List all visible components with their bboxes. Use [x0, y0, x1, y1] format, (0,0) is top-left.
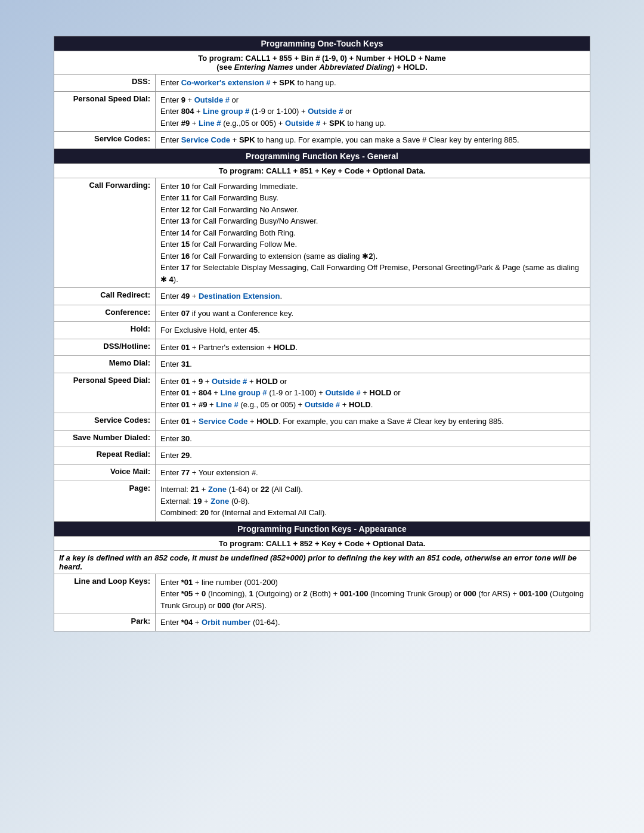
- dss-hotline-label: DSS/Hotline:: [54, 339, 156, 356]
- hold-label: Hold:: [54, 322, 156, 339]
- line-loop-keys-label: Line and Loop Keys:: [54, 574, 156, 614]
- hold-content: For Exclusive Hold, enter 45.: [156, 322, 590, 339]
- dss-content: Enter Co-worker's extension # + SPK to h…: [156, 75, 590, 92]
- repeat-redial-label: Repeat Redial:: [54, 447, 156, 465]
- dss-label: DSS:: [54, 75, 156, 92]
- main-content-table: Programming One-Touch Keys To program: C…: [54, 36, 590, 631]
- park-label: Park:: [54, 614, 156, 631]
- function-appearance-subheader: To program: CALL1 + 852 + Key + Code + O…: [54, 536, 590, 550]
- call-redirect-label: Call Redirect:: [54, 288, 156, 305]
- park-content: Enter *04 + Orbit number (01-64).: [156, 614, 590, 631]
- page-label: Page:: [54, 481, 156, 522]
- page-content: Internal: 21 + Zone (1-64) or 22 (All Ca…: [156, 481, 590, 522]
- dss-hotline-content: Enter 01 + Partner's extension + HOLD.: [156, 339, 590, 356]
- personal-speed-dial-label-1: Personal Speed Dial:: [54, 91, 156, 132]
- line-loop-keys-content: Enter *01 + line number (001-200) Enter …: [156, 574, 590, 614]
- call-forwarding-label: Call Forwarding:: [54, 178, 156, 288]
- function-general-header: Programming Function Keys - General: [54, 148, 590, 163]
- conference-label: Conference:: [54, 305, 156, 322]
- conference-content: Enter 07 if you want a Conference key.: [156, 305, 590, 322]
- function-appearance-note: If a key is defined with an 852 code, it…: [54, 550, 590, 574]
- service-codes-label-2: Service Codes:: [54, 413, 156, 431]
- personal-speed-dial-label-2: Personal Speed Dial:: [54, 373, 156, 413]
- personal-speed-dial-content-1: Enter 9 + Outside # or Enter 804 + Line …: [156, 91, 590, 132]
- personal-speed-dial-content-2: Enter 01 + 9 + Outside # + HOLD or Enter…: [156, 373, 590, 413]
- save-number-content: Enter 30.: [156, 430, 590, 447]
- function-appearance-header: Programming Function Keys - Appearance: [54, 521, 590, 536]
- service-codes-content-1: Enter Service Code + SPK to hang up. For…: [156, 132, 590, 149]
- memo-dial-content: Enter 31.: [156, 356, 590, 373]
- memo-dial-label: Memo Dial:: [54, 356, 156, 373]
- voice-mail-label: Voice Mail:: [54, 464, 156, 481]
- call-forwarding-content: Enter 10 for Call Forwarding Immediate. …: [156, 178, 590, 288]
- voice-mail-content: Enter 77 + Your extension #.: [156, 464, 590, 481]
- one-touch-subheader: To program: CALL1 + 855 + Bin # (1-9, 0)…: [54, 51, 590, 75]
- one-touch-header: Programming One-Touch Keys: [54, 36, 590, 51]
- call-redirect-content: Enter 49 + Destination Extension.: [156, 288, 590, 305]
- save-number-label: Save Number Dialed:: [54, 430, 156, 447]
- service-codes-label-1: Service Codes:: [54, 132, 156, 149]
- repeat-redial-content: Enter 29.: [156, 447, 590, 465]
- service-codes-content-2: Enter 01 + Service Code + HOLD. For exam…: [156, 413, 590, 431]
- function-general-subheader: To program: CALL1 + 851 + Key + Code + O…: [54, 163, 590, 178]
